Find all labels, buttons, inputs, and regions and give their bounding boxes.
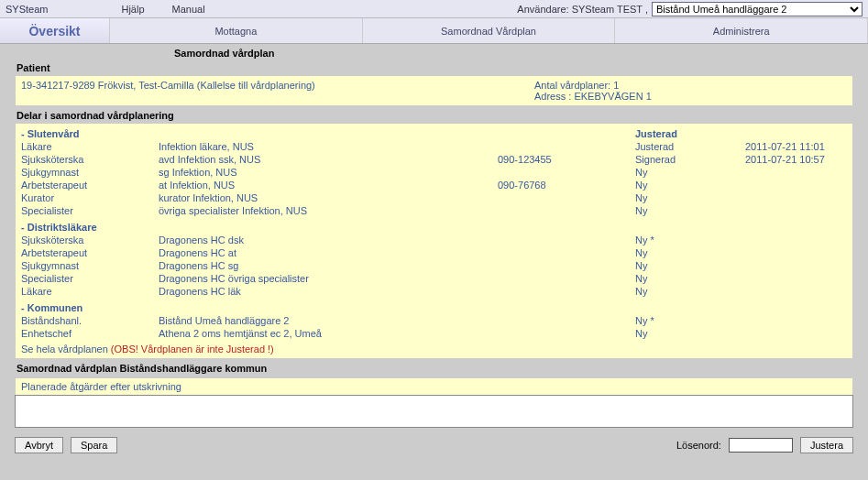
group-distrikt: - Distriktsläkare (21, 217, 868, 234)
row-who: Dragonens HC dsk (159, 234, 498, 246)
row-who: Dragonens HC övriga specialister (159, 272, 498, 285)
tab-overview[interactable]: Översikt (0, 18, 110, 43)
row-role: Arbetsterapeut (21, 246, 159, 259)
row-role: Enhetschef (21, 327, 159, 340)
row-who: kurator Infektion, NUS (159, 191, 498, 204)
button-row: Avbryt Spara Lösenord: Justera (0, 430, 868, 461)
parts-panel: - Slutenvård Justerad Läkare Infektion l… (15, 123, 853, 359)
row-phone (498, 314, 635, 327)
patient-panel: 19-341217-9289 Frökvist, Test-Camilla (K… (15, 75, 853, 106)
row-role: Sjuksköterska (21, 234, 159, 246)
row-ts (745, 166, 868, 179)
row-who: at Infektion, NUS (159, 179, 498, 191)
row-status: Ny (635, 191, 745, 204)
row-status: Ny (635, 285, 745, 298)
row-who: Dragonens HC sg (159, 259, 498, 272)
password-label: Lösenord: (676, 440, 721, 451)
row-phone (498, 166, 635, 179)
top-menu: Hjälp Manual (121, 4, 204, 15)
planned-label: Planerade åtgärder efter utskrivning (15, 377, 853, 395)
row-phone: 090-76768 (498, 179, 635, 191)
col-status-header: Justerad (635, 127, 745, 140)
menu-help[interactable]: Hjälp (121, 4, 144, 15)
tab-bar: Översikt Mottagna Samordnad Vårdplan Adm… (0, 18, 868, 44)
row-ts (745, 327, 868, 340)
row-who: Dragonens HC läk (159, 285, 498, 298)
app-name: SYSteam (5, 4, 48, 15)
row-status: Ny * (635, 314, 745, 327)
row-who: övriga specialister Infektion, NUS (159, 204, 498, 217)
password-input[interactable] (729, 438, 793, 453)
row-role: Biståndshanl. (21, 314, 159, 327)
save-button[interactable]: Spara (71, 437, 117, 453)
patient-address: Adress : EKEBYVÄGEN 1 (534, 91, 652, 102)
row-status: Ny (635, 327, 745, 340)
parts-section-label: Delar i samordnad vårdplanering (0, 108, 868, 123)
patient-section-label: Patient (0, 60, 868, 75)
row-status: Ny (635, 259, 745, 272)
row-role: Läkare (21, 285, 159, 298)
row-role: Kurator (21, 191, 159, 204)
row-ts (745, 246, 868, 259)
group-kommun: - Kommunen (21, 298, 868, 314)
row-role: Sjukgymnast (21, 259, 159, 272)
row-phone (498, 259, 635, 272)
row-status: Ny * (635, 234, 745, 246)
cancel-button[interactable]: Avbryt (15, 437, 63, 453)
top-bar: SYSteam Hjälp Manual Användare: SYSteam … (0, 0, 868, 18)
row-status: Ny (635, 204, 745, 217)
row-status: Ny (635, 246, 745, 259)
row-status: Signerad (635, 153, 745, 166)
row-ts (745, 272, 868, 285)
row-role: Specialister (21, 272, 159, 285)
menu-manual[interactable]: Manual (172, 4, 205, 15)
row-who: Bistånd Umeå handläggare 2 (159, 314, 498, 327)
row-ts (745, 179, 868, 191)
row-who: sg Infektion, NUS (159, 166, 498, 179)
row-who: avd Infektion ssk, NUS (159, 153, 498, 166)
page-title: Samordnad vårdplan (0, 44, 868, 60)
row-phone (498, 272, 635, 285)
user-label: Användare: SYSteam TEST , (517, 4, 648, 15)
row-ts (745, 204, 868, 217)
row-ts: 2011-07-21 10:57 (745, 153, 868, 166)
row-ts (745, 191, 868, 204)
row-status: Ny (635, 272, 745, 285)
row-phone (498, 204, 635, 217)
row-who: Infektion läkare, NUS (159, 140, 498, 153)
row-phone (498, 246, 635, 259)
row-ts (745, 234, 868, 246)
row-ts (745, 259, 868, 272)
row-ts (745, 314, 868, 327)
group-sluten: - Slutenvård (21, 127, 159, 140)
bottom-section-label: Samordnad vårdplan Biståndshandläggare k… (0, 361, 868, 376)
row-who: Athena 2 oms hemtjänst ec 2, Umeå (159, 327, 498, 340)
row-phone (498, 140, 635, 153)
planned-textarea[interactable] (15, 395, 853, 428)
row-ts: 2011-07-21 11:01 (745, 140, 868, 153)
row-role: Läkare (21, 140, 159, 153)
role-select[interactable]: Bistånd Umeå handläggare 2 (652, 2, 863, 16)
row-role: Arbetsterapeut (21, 179, 159, 191)
row-phone (498, 285, 635, 298)
patient-plans: Antal vårdplaner: 1 (534, 80, 652, 91)
full-plan-warning: (OBS! Vårdplanen är inte Justerad !) (111, 344, 274, 355)
row-role: Sjuksköterska (21, 153, 159, 166)
row-phone: 090-123455 (498, 153, 635, 166)
tab-received[interactable]: Mottagna (110, 18, 363, 43)
row-phone (498, 234, 635, 246)
planned-box: Planerade åtgärder efter utskrivning (15, 377, 853, 430)
full-plan-link[interactable]: Se hela vårdplanen (21, 344, 108, 355)
row-ts (745, 285, 868, 298)
tab-careplan[interactable]: Samordnad Vårdplan (363, 18, 616, 43)
row-role: Sjukgymnast (21, 166, 159, 179)
row-status: Ny (635, 166, 745, 179)
adjust-button[interactable]: Justera (800, 437, 853, 453)
row-status: Ny (635, 179, 745, 191)
row-phone (498, 191, 635, 204)
tab-admin[interactable]: Administrera (615, 18, 868, 43)
row-phone (498, 327, 635, 340)
row-who: Dragonens HC at (159, 246, 498, 259)
row-role: Specialister (21, 204, 159, 217)
patient-id-name: 19-341217-9289 Frökvist, Test-Camilla (K… (21, 80, 534, 102)
